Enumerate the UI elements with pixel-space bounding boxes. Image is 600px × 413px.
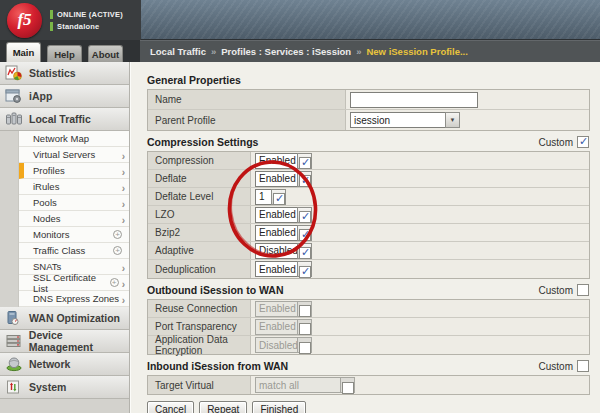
sidebar-item-statistics[interactable]: Statistics: [0, 62, 129, 85]
submenu-item-label: Traffic Class: [33, 245, 113, 256]
statistics-icon: [4, 65, 24, 82]
cancel-button[interactable]: Cancel: [147, 401, 194, 413]
submenu-item-virtual-servers[interactable]: Virtual Servers: [19, 147, 129, 163]
sidebar-item-system[interactable]: System: [0, 376, 129, 399]
custom-label: Custom: [539, 137, 573, 148]
local-traffic-icon: [4, 111, 24, 128]
row-custom-checkbox[interactable]: [273, 193, 285, 205]
row-custom-checkbox[interactable]: [299, 323, 311, 335]
sidebar-item-label: WAN Optimization: [29, 312, 120, 324]
field-label-cell: LZO: [148, 206, 251, 223]
custom-checkbox[interactable]: [577, 284, 589, 296]
name-input[interactable]: [350, 92, 478, 108]
sidebar-item-network[interactable]: Network: [0, 353, 129, 376]
submenu-item-label: Monitors: [33, 229, 113, 240]
tab-help[interactable]: Help: [47, 45, 82, 62]
tab-breadcrumb-row: MainHelpAbout Local Traffic»Profiles : S…: [0, 40, 600, 62]
breadcrumb-link[interactable]: Local Traffic: [150, 46, 206, 57]
submenu-item-label: Profiles: [33, 165, 122, 176]
section-title: Compression Settings: [147, 136, 258, 148]
expand-plus-icon[interactable]: [113, 230, 122, 239]
breadcrumb-separator-icon: »: [356, 46, 361, 57]
status-standalone: Standalone: [57, 22, 99, 31]
row-custom-checkbox[interactable]: [299, 342, 311, 354]
form-row-adaptive: AdaptiveDisabled: [148, 242, 589, 260]
system-icon: [4, 379, 24, 396]
field-label-cell: Adaptive: [148, 242, 251, 259]
row-custom-checkbox[interactable]: [342, 382, 354, 394]
submenu-item-label: Virtual Servers: [33, 149, 122, 160]
row-custom-checkbox[interactable]: [299, 175, 311, 187]
field-value-cell: Enabled: [251, 224, 589, 241]
field-label-cell: Target Virtual: [148, 376, 251, 394]
submenu-item-profiles[interactable]: Profiles: [19, 163, 129, 179]
main-content: General PropertiesNameParent Profileises…: [130, 62, 600, 413]
chevron-right-icon: [122, 290, 125, 308]
select-value: Enabled: [255, 301, 297, 317]
field-label-cell: Application Data Encryption: [148, 336, 251, 354]
table-outbound-isession-to-wan: Reuse ConnectionEnabledPort Transparency…: [147, 299, 590, 355]
expand-plus-icon[interactable]: [113, 246, 122, 255]
custom-checkbox[interactable]: [577, 360, 589, 372]
select-dropdown-arrow-icon[interactable]: [445, 112, 460, 128]
logo-area: f5 ONLINE (ACTIVE) Standalone: [0, 0, 141, 40]
expand-plus-icon[interactable]: [110, 278, 119, 287]
sidebar-item-local-traffic[interactable]: Local Traffic: [0, 108, 129, 131]
submenu-item-ssl-certificate-list[interactable]: SSL Certificate List: [19, 275, 129, 291]
form-row-lzo: LZOEnabled: [148, 206, 589, 224]
submenu-item-pools[interactable]: Pools: [19, 195, 129, 211]
tab-main[interactable]: Main: [6, 42, 41, 62]
submenu-item-label: iRules: [33, 181, 122, 192]
sidebar-item-wan-optimization[interactable]: WAN Optimization: [0, 307, 129, 330]
section-header-compression-settings: Compression SettingsCustom: [147, 135, 590, 149]
custom-toggle: Custom: [539, 284, 590, 296]
sidebar-item-iapp[interactable]: iApp: [0, 85, 129, 108]
row-custom-checkbox[interactable]: [299, 305, 311, 317]
custom-label: Custom: [539, 361, 573, 372]
select-value: Enabled: [255, 153, 297, 169]
finished-button[interactable]: Finished: [252, 401, 306, 413]
field-label: Parent Profile: [155, 115, 216, 126]
field-label-cell: Reuse Connection: [148, 300, 251, 317]
select-value: Enabled: [255, 207, 297, 223]
row-custom-checkbox[interactable]: [299, 157, 311, 169]
field-value-cell: Enabled: [251, 260, 589, 278]
tab-about[interactable]: About: [88, 45, 123, 62]
submenu-item-network-map[interactable]: Network Map: [19, 131, 129, 147]
parent-profile-select[interactable]: isession: [350, 112, 460, 128]
field-label: Deflate Level: [155, 191, 213, 202]
row-custom-checkbox[interactable]: [299, 266, 311, 278]
submenu-item-nodes[interactable]: Nodes: [19, 211, 129, 227]
field-label-cell: Bzip2: [148, 224, 251, 241]
form-row-bzip2: Bzip2Enabled: [148, 224, 589, 242]
submenu-item-irules[interactable]: iRules: [19, 179, 129, 195]
section-title: Inbound iSession from WAN: [147, 360, 288, 372]
select-value: Disabled: [255, 337, 297, 353]
section-title: Outbound iSession to WAN: [147, 284, 284, 296]
target-virtual-select: match all: [255, 377, 355, 393]
table-inbound-isession-from-wan: Target Virtualmatch all: [147, 375, 590, 395]
field-label: Application Data Encryption: [155, 334, 250, 356]
table-compression-settings: CompressionEnabledDeflateEnabledDeflate …: [147, 151, 590, 279]
section-header-general-properties: General Properties: [147, 73, 590, 87]
field-label: Deduplication: [155, 264, 216, 275]
row-custom-checkbox[interactable]: [299, 211, 311, 223]
sidebar-item-label: Device Management: [29, 329, 129, 353]
select-value: Enabled: [255, 225, 297, 241]
form-row-compression: CompressionEnabled: [148, 152, 589, 170]
sidebar-item-device-management[interactable]: Device Management: [0, 330, 129, 353]
submenu-item-dns-express-zones[interactable]: DNS Express Zones: [19, 291, 129, 307]
repeat-button[interactable]: Repeat: [199, 401, 247, 413]
custom-checkbox[interactable]: [577, 136, 589, 148]
row-custom-checkbox[interactable]: [299, 247, 311, 259]
network-icon: [4, 356, 24, 373]
row-custom-checkbox[interactable]: [299, 229, 311, 241]
device-status: ONLINE (ACTIVE) Standalone: [50, 10, 123, 31]
breadcrumb-link[interactable]: Profiles : Services : iSession: [221, 46, 351, 57]
submenu-item-monitors[interactable]: Monitors: [19, 227, 129, 243]
submenu-item-traffic-class[interactable]: Traffic Class: [19, 243, 129, 259]
wan-optimization-icon: [4, 310, 24, 327]
section-header-outbound-isession-to-wan: Outbound iSession to WANCustom: [147, 283, 590, 297]
field-label-cell: Port Transparency: [148, 318, 251, 335]
submenu-item-label: DNS Express Zones: [33, 293, 122, 304]
